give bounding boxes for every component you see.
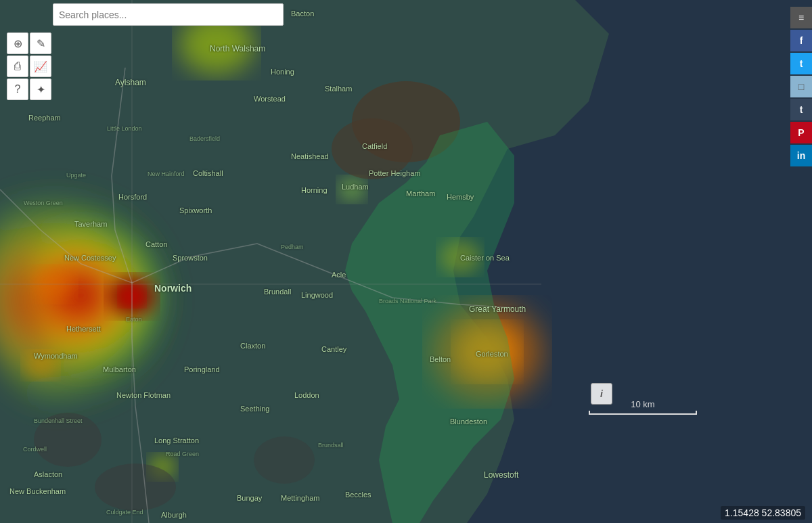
- info-icon: i: [600, 388, 603, 399]
- toolbar-row-2: ⎙ 📈: [7, 55, 51, 77]
- toolbar: ⊕ ✎ ⎙ 📈 ? ✦: [7, 32, 51, 100]
- settings-btn[interactable]: ✦: [30, 78, 51, 100]
- svg-point-9: [24, 352, 58, 379]
- menu-btn[interactable]: ≡: [790, 7, 812, 28]
- toolbar-row-3: ? ✦: [7, 78, 51, 100]
- svg-point-12: [338, 177, 365, 202]
- social-panel: ≡ f t □ t P in: [790, 7, 812, 166]
- edit-btn[interactable]: ✎: [30, 32, 51, 54]
- scale-bar: 10 km: [589, 399, 697, 415]
- svg-point-17: [254, 436, 315, 484]
- chart-btn[interactable]: 📈: [30, 55, 51, 77]
- tumblr-btn[interactable]: t: [790, 99, 812, 120]
- scale-line: [589, 411, 697, 415]
- share-btn[interactable]: □: [790, 76, 812, 97]
- print-btn[interactable]: ⎙: [7, 55, 28, 77]
- map-container[interactable]: BactonNorth WalshamAylshamHoningWorstead…: [0, 0, 812, 523]
- scale-label: 10 km: [589, 399, 697, 409]
- map-svg: [0, 0, 812, 523]
- twitter-btn[interactable]: t: [790, 53, 812, 74]
- pinterest-btn[interactable]: P: [790, 122, 812, 143]
- svg-point-14: [332, 118, 413, 179]
- coordinates-value: 1.15428 52.83805: [725, 507, 801, 518]
- linkedin-btn[interactable]: in: [790, 145, 812, 166]
- toolbar-row-1: ⊕ ✎: [7, 32, 51, 54]
- search-input[interactable]: [59, 9, 277, 20]
- crosshair-btn[interactable]: ⊕: [7, 32, 28, 54]
- facebook-btn[interactable]: f: [790, 30, 812, 51]
- search-bar[interactable]: [53, 3, 284, 26]
- coordinates: 1.15428 52.83805: [721, 506, 805, 520]
- svg-point-16: [95, 463, 176, 511]
- svg-point-15: [34, 413, 102, 467]
- help-btn[interactable]: ?: [7, 78, 28, 100]
